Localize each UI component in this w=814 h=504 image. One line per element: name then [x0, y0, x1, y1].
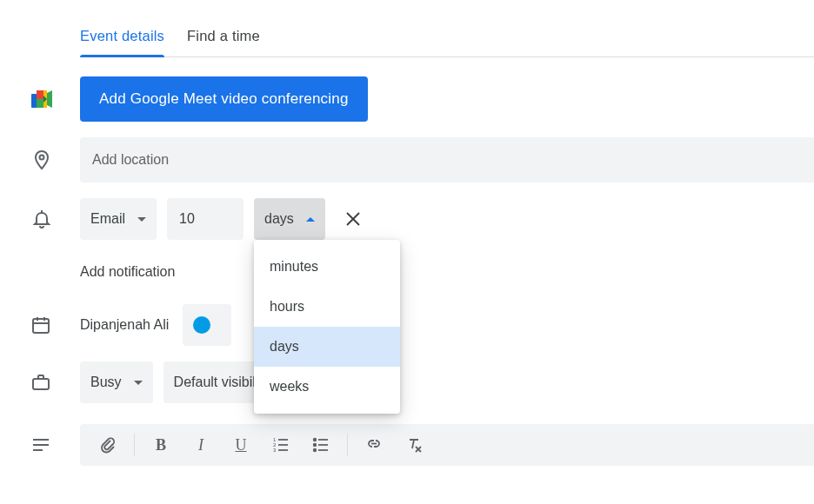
unit-option-days[interactable]: days [254, 327, 400, 367]
google-meet-icon [31, 90, 52, 108]
event-tabs: Event details Find a time [80, 28, 814, 57]
notification-unit-select[interactable]: days [254, 198, 325, 240]
notification-unit-menu: minutes hours days weeks [254, 240, 400, 414]
add-notification-link[interactable]: Add notification [80, 255, 175, 288]
numbered-list-button[interactable]: 1 2 3 [262, 428, 300, 462]
notification-value-input[interactable] [167, 198, 244, 240]
availability-select[interactable]: Busy [80, 361, 153, 403]
bell-icon [31, 209, 52, 229]
italic-button[interactable]: I [182, 428, 220, 462]
attach-button[interactable] [89, 428, 127, 462]
svg-rect-9 [33, 379, 49, 389]
availability-label: Busy [90, 375, 122, 390]
tab-find-a-time[interactable]: Find a time [187, 28, 260, 56]
unit-option-weeks[interactable]: weeks [254, 367, 400, 407]
briefcase-icon [31, 373, 50, 392]
event-color-select[interactable] [183, 304, 231, 346]
svg-text:3: 3 [273, 448, 277, 453]
link-button[interactable] [355, 428, 393, 462]
clear-formatting-button[interactable] [395, 428, 433, 462]
toolbar-divider [347, 434, 348, 456]
chevron-up-icon [306, 217, 315, 222]
notification-unit-label: days [264, 211, 294, 227]
svg-rect-5 [33, 319, 49, 333]
bulleted-list-button[interactable] [302, 428, 340, 462]
description-toolbar: B I U 1 2 3 [80, 424, 814, 466]
notification-method-select[interactable]: Email [80, 198, 157, 240]
svg-point-1 [40, 156, 44, 160]
bold-button[interactable]: B [142, 428, 180, 462]
underline-button[interactable]: U [222, 428, 260, 462]
remove-notification-button[interactable] [336, 202, 370, 236]
location-pin-icon [31, 149, 52, 170]
organizer-name: Dipanjenah Ali [80, 317, 169, 333]
svg-point-21 [314, 444, 317, 447]
description-icon [31, 435, 50, 454]
svg-point-19 [314, 439, 317, 441]
notification-method-label: Email [90, 211, 125, 227]
svg-point-23 [314, 449, 317, 452]
unit-option-hours[interactable]: hours [254, 287, 400, 327]
location-input[interactable] [80, 137, 814, 182]
toolbar-divider [134, 434, 135, 456]
chevron-down-icon [137, 217, 146, 222]
unit-option-minutes[interactable]: minutes [254, 247, 400, 287]
tab-event-details[interactable]: Event details [80, 28, 164, 56]
color-swatch [193, 316, 210, 334]
add-google-meet-button[interactable]: Add Google Meet video conferencing [80, 76, 368, 122]
calendar-icon [31, 315, 50, 335]
chevron-down-icon [134, 381, 143, 385]
svg-rect-0 [31, 90, 37, 94]
